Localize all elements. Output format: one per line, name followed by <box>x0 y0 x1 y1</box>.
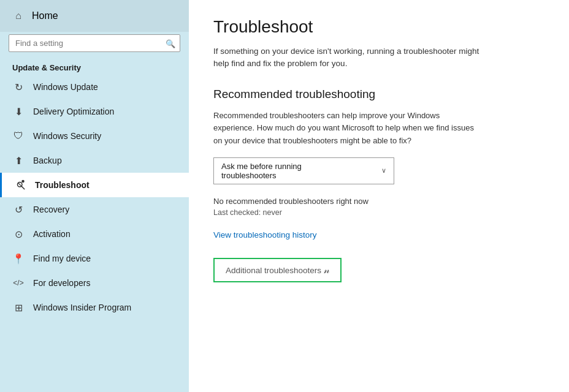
sidebar-item-label: Troubleshoot <box>35 180 90 190</box>
troubleshoot-dropdown[interactable]: Ask me before running troubleshooters ∨ <box>213 157 394 184</box>
backup-icon: ⬆ <box>12 154 25 167</box>
svg-line-2 <box>21 186 25 189</box>
additional-troubleshooters-button[interactable]: Additional troubleshooters𝓃 <box>213 258 342 282</box>
developers-icon: </> <box>12 277 25 289</box>
sidebar-home-label: Home <box>32 10 58 21</box>
windows-insider-icon: ⊞ <box>12 301 25 314</box>
find-device-icon: 📍 <box>12 252 25 265</box>
search-input[interactable] <box>9 34 180 52</box>
sidebar-item-label: Recovery <box>33 205 69 214</box>
svg-point-1 <box>21 180 25 183</box>
sidebar-item-label: Windows Insider Program <box>33 303 131 312</box>
last-checked-text: Last checked: never <box>213 208 544 217</box>
home-icon: ⌂ <box>12 10 25 22</box>
windows-update-icon: ↻ <box>12 81 25 93</box>
windows-security-icon: 🛡 <box>12 130 25 142</box>
activation-icon: ⊙ <box>12 228 25 240</box>
cursor-icon: 𝓃 <box>324 265 329 276</box>
chevron-down-icon: ∨ <box>381 167 386 175</box>
sidebar-item-label: Backup <box>33 156 62 165</box>
sidebar-item-windows-security[interactable]: 🛡 Windows Security <box>0 124 189 148</box>
page-title: Troubleshoot <box>213 17 544 37</box>
sidebar-item-activation[interactable]: ⊙ Activation <box>0 222 189 246</box>
sidebar-item-label: Delivery Optimization <box>33 107 114 116</box>
no-troubleshooters-text: No recommended troubleshooters right now <box>213 197 544 206</box>
sidebar-item-find-my-device[interactable]: 📍 Find my device <box>0 246 189 271</box>
sidebar-item-label: Find my device <box>33 254 91 263</box>
sidebar-search-container: 🔍 <box>9 34 180 52</box>
sidebar-item-label: Activation <box>33 229 71 239</box>
sidebar-item-windows-update[interactable]: ↻ Windows Update <box>0 75 189 99</box>
sidebar-item-delivery-optimization[interactable]: ⬇ Delivery Optimization <box>0 99 189 124</box>
sidebar-item-troubleshoot[interactable]: Troubleshoot <box>0 173 189 197</box>
sidebar-item-home[interactable]: ⌂ Home <box>0 0 189 32</box>
recommended-section-title: Recommended troubleshooting <box>213 88 544 101</box>
dropdown-value: Ask me before running troubleshooters <box>221 162 351 180</box>
recommended-section-description: Recommended troubleshooters can help imp… <box>213 110 483 148</box>
sidebar-item-windows-insider[interactable]: ⊞ Windows Insider Program <box>0 295 189 320</box>
view-troubleshooting-history-link[interactable]: View troubleshooting history <box>213 230 317 239</box>
sidebar-item-label: For developers <box>33 278 90 288</box>
sidebar-item-label: Windows Security <box>33 131 101 141</box>
recovery-icon: ↺ <box>12 203 25 216</box>
sidebar-item-backup[interactable]: ⬆ Backup <box>0 148 189 173</box>
troubleshoot-icon <box>14 179 26 191</box>
svg-line-3 <box>18 183 21 186</box>
sidebar: ⌂ Home 🔍 Update & Security ↻ Windows Upd… <box>0 0 189 392</box>
sidebar-item-recovery[interactable]: ↺ Recovery <box>0 197 189 222</box>
search-icon: 🔍 <box>166 39 175 48</box>
page-description: If something on your device isn't workin… <box>213 45 483 70</box>
main-content: Troubleshoot If something on your device… <box>189 0 569 392</box>
sidebar-item-label: Windows Update <box>33 82 98 92</box>
sidebar-item-for-developers[interactable]: </> For developers <box>0 271 189 295</box>
sidebar-section-title: Update & Security <box>0 58 189 75</box>
delivery-optimization-icon: ⬇ <box>12 105 25 118</box>
